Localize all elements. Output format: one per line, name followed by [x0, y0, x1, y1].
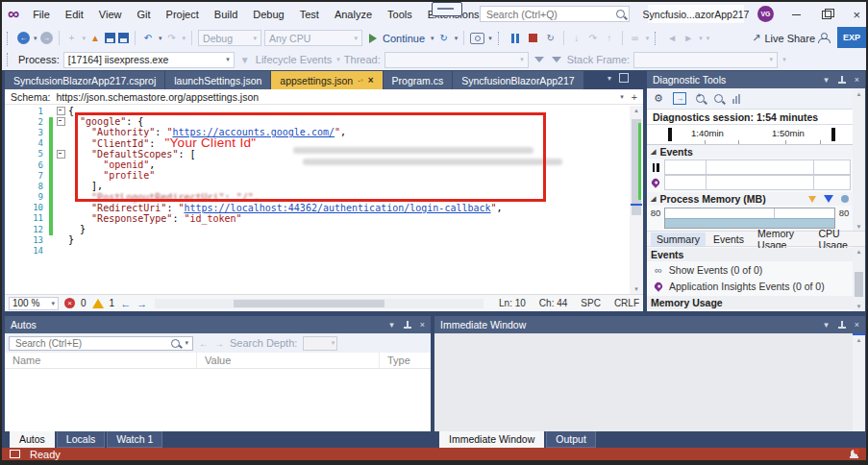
autos-title-bar[interactable]: Autos ▾ × — [5, 316, 431, 333]
navigate-forward-icon[interactable]: → — [136, 298, 147, 309]
error-count-icon[interactable]: × — [64, 298, 75, 308]
menu-debug[interactable]: Debug — [245, 6, 291, 23]
quick-search-box[interactable] — [480, 6, 630, 22]
hot-reload-icon[interactable]: ↻ — [437, 32, 451, 45]
save-all-icon[interactable] — [118, 33, 129, 43]
break-all-icon[interactable] — [511, 34, 519, 43]
doc-tab-launchsettings-json[interactable]: launchSettings.json — [165, 71, 270, 89]
step-into-icon[interactable]: ↓ — [570, 32, 583, 45]
redo-icon[interactable]: ↷ — [165, 32, 179, 45]
code-text[interactable]: "RedirectUri": "https://localhost:44362/… — [68, 203, 503, 213]
toolbar-grip[interactable] — [7, 32, 12, 45]
filter-threads-icon[interactable] — [534, 57, 544, 62]
scroll-down-icon[interactable]: ▼ — [853, 304, 865, 309]
window-menu-caret-icon[interactable]: ▾ — [824, 320, 829, 330]
menu-file[interactable]: File — [25, 6, 58, 23]
hex-display-icon[interactable]: ∞ — [629, 32, 642, 45]
step-over-icon[interactable]: ↷ — [586, 32, 600, 45]
doc-tab-appsettings-json[interactable]: appsettings.json-◦× — [271, 71, 382, 89]
minimize-icon[interactable] — [792, 14, 801, 15]
tab-list-caret-icon[interactable]: ▾ — [608, 74, 611, 83]
scroll-down-icon[interactable]: ▼ — [630, 284, 643, 294]
scrollbar-thumb[interactable] — [855, 272, 863, 297]
split-view-icon[interactable]: + — [632, 91, 637, 103]
fold-marker-icon[interactable] — [57, 117, 65, 126]
editor-vertical-scrollbar[interactable]: ▲ ▼ — [630, 106, 643, 294]
immediate-window-content[interactable]: ▲ — [434, 333, 865, 431]
events-section-header[interactable]: ◢ Events — [647, 145, 853, 159]
solution-configuration-combo[interactable]: Debug▾ — [198, 30, 261, 46]
restore-icon[interactable] — [822, 11, 831, 19]
column-header-value[interactable]: Value — [197, 353, 380, 368]
collapse-expander-icon[interactable]: ◢ — [651, 148, 656, 156]
navigate-back-icon[interactable]: ← — [17, 32, 30, 44]
doc-tab-syncfusionblazorapp217-csproj[interactable]: SyncfusionBlazorApp217.csproj — [5, 71, 164, 89]
toolbar-grip[interactable] — [7, 53, 12, 66]
settings-gear-icon[interactable]: ⚙ — [654, 92, 663, 105]
menu-git[interactable]: Git — [129, 6, 158, 23]
screenshot-icon[interactable] — [470, 33, 484, 44]
float-window-icon[interactable] — [619, 73, 629, 83]
column-header-type[interactable]: Type — [380, 353, 431, 368]
menu-edit[interactable]: Edit — [58, 6, 91, 23]
continue-play-icon[interactable] — [369, 34, 377, 43]
summary-item-application-insights-events-0-of-0[interactable]: Application Insights Events (0 of 0) — [647, 278, 853, 294]
account-avatar[interactable]: VG — [757, 6, 774, 22]
tool-tab-output[interactable]: Output — [546, 431, 596, 448]
code-text[interactable]: "profile" — [68, 170, 155, 181]
events-lane[interactable] — [664, 159, 851, 175]
diagnostic-tools-title-bar[interactable]: Diagnostic Tools ▾ × — [647, 71, 865, 88]
hot-reload-caret[interactable]: ▾ — [455, 35, 459, 42]
pin-icon[interactable] — [403, 321, 411, 330]
close-icon[interactable]: × — [853, 9, 860, 21]
code-text[interactable]: "google": { — [68, 116, 143, 127]
step-out-icon[interactable]: ↑ — [603, 32, 616, 45]
window-menu-caret-icon[interactable]: ▾ — [389, 320, 394, 330]
menu-tools[interactable]: Tools — [380, 6, 420, 23]
new-file-caret[interactable]: ▾ — [83, 35, 87, 42]
code-text[interactable]: "ClientId": "Your Client Id" — [68, 137, 256, 149]
menu-view[interactable]: View — [91, 6, 130, 23]
toolbar-grip[interactable] — [655, 32, 659, 45]
restart-icon[interactable]: ↻ — [544, 32, 558, 45]
events-lane[interactable] — [664, 175, 851, 190]
navigate-back-icon[interactable]: ← — [120, 298, 131, 309]
lifecycle-events-label[interactable]: Lifecycle Events — [256, 54, 332, 65]
solution-platform-combo[interactable]: Any CPU▾ — [264, 30, 362, 46]
summary-scrollbar[interactable]: ▲ ▼ — [853, 247, 865, 311]
new-file-icon[interactable]: + — [65, 32, 79, 45]
toolbar-grip[interactable] — [498, 32, 503, 45]
thread-combo[interactable]: ▾ — [384, 52, 529, 68]
more-options-caret[interactable]: ▾ — [707, 35, 710, 42]
close-icon[interactable]: × — [420, 320, 425, 330]
undo-icon[interactable]: ↶ — [141, 32, 155, 45]
code-text[interactable]: } — [68, 224, 86, 234]
redo-caret[interactable]: ▾ — [183, 35, 186, 42]
fold-margin[interactable] — [53, 107, 68, 115]
continue-button[interactable]: Continue — [383, 33, 425, 44]
close-icon[interactable]: × — [855, 320, 859, 330]
code-text-area[interactable]: 1{2 "google": {3 "Authority": "https://a… — [5, 106, 630, 294]
collapse-expander-icon[interactable]: ◢ — [651, 195, 656, 203]
flag-threads-icon[interactable] — [552, 57, 561, 62]
search-forward-icon[interactable]: → — [214, 338, 224, 349]
pin-icon[interactable]: -◦ — [358, 76, 363, 85]
url-link[interactable]: https://localhost:44362/authentication/l… — [184, 203, 490, 213]
zoom-in-icon[interactable]: + — [696, 94, 705, 103]
code-text[interactable]: "PostLogoutRedirectUri": "/", — [68, 192, 260, 203]
search-back-icon[interactable]: ← — [199, 338, 209, 349]
search-depth-combo[interactable]: ▾ — [303, 336, 337, 351]
diag-tab-summary[interactable]: Summary — [651, 232, 706, 246]
process-combo[interactable]: [17164] iisexpress.exe▾ — [63, 52, 235, 68]
navigate-forward-icon[interactable]: → — [40, 32, 53, 44]
zoom-out-icon[interactable] — [714, 94, 723, 103]
fold-margin[interactable] — [53, 117, 68, 126]
lifecycle-events-icon[interactable]: ▼ — [238, 53, 252, 66]
diagnostics-scrollbar[interactable]: ▲ ▼ — [853, 88, 865, 232]
feedback-icon[interactable] — [818, 33, 829, 43]
hex-caret[interactable]: ▾ — [646, 35, 650, 42]
diag-tab-events[interactable]: Events — [707, 232, 750, 246]
error-count[interactable]: 0 — [81, 298, 87, 308]
summary-item-show-events-0-of-0[interactable]: ∞Show Events (0 of 0) — [647, 261, 853, 278]
scroll-up-icon[interactable]: ▲ — [853, 249, 865, 255]
